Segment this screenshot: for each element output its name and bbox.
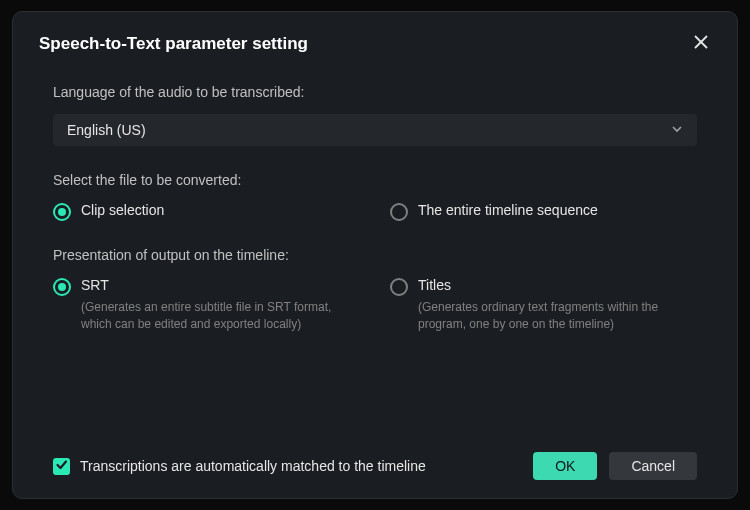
file-selection-label: Select the file to be converted: [53, 172, 697, 188]
language-label: Language of the audio to be transcribed: [53, 84, 697, 100]
auto-match-label: Transcriptions are automatically matched… [80, 458, 426, 474]
presentation-section: Presentation of output on the timeline: … [39, 247, 711, 333]
speech-to-text-modal: Speech-to-Text parameter setting Languag… [12, 11, 738, 499]
file-selection-options: Clip selection The entire timeline seque… [53, 202, 697, 221]
file-selection-section: Select the file to be converted: Clip se… [39, 172, 711, 221]
radio-srt[interactable]: SRT (Generates an entire subtitle file i… [53, 277, 360, 333]
radio-indicator-selected [53, 203, 71, 221]
language-section: Language of the audio to be transcribed:… [39, 84, 711, 146]
radio-indicator-unselected [390, 203, 408, 221]
chevron-down-icon [671, 122, 683, 138]
radio-indicator-selected [53, 278, 71, 296]
radio-clip-label: Clip selection [81, 202, 360, 218]
close-icon [693, 34, 709, 54]
auto-match-checkbox-row[interactable]: Transcriptions are automatically matched… [53, 458, 426, 475]
footer-buttons: OK Cancel [533, 452, 697, 480]
presentation-label: Presentation of output on the timeline: [53, 247, 697, 263]
language-selected-value: English (US) [67, 122, 146, 138]
radio-srt-label: SRT [81, 277, 360, 293]
radio-timeline-label: The entire timeline sequence [418, 202, 697, 218]
checkbox-checked [53, 458, 70, 475]
modal-footer: Transcriptions are automatically matched… [39, 452, 711, 480]
radio-titles-label: Titles [418, 277, 697, 293]
modal-header: Speech-to-Text parameter setting [39, 34, 711, 54]
radio-srt-desc: (Generates an entire subtitle file in SR… [81, 299, 360, 333]
ok-button[interactable]: OK [533, 452, 597, 480]
presentation-options: SRT (Generates an entire subtitle file i… [53, 277, 697, 333]
language-dropdown[interactable]: English (US) [53, 114, 697, 146]
radio-titles-desc: (Generates ordinary text fragments withi… [418, 299, 697, 333]
check-icon [55, 457, 68, 475]
close-button[interactable] [691, 34, 711, 54]
radio-titles[interactable]: Titles (Generates ordinary text fragment… [390, 277, 697, 333]
radio-clip-selection[interactable]: Clip selection [53, 202, 360, 221]
cancel-button[interactable]: Cancel [609, 452, 697, 480]
radio-entire-timeline[interactable]: The entire timeline sequence [390, 202, 697, 221]
modal-title: Speech-to-Text parameter setting [39, 34, 308, 54]
radio-indicator-unselected [390, 278, 408, 296]
